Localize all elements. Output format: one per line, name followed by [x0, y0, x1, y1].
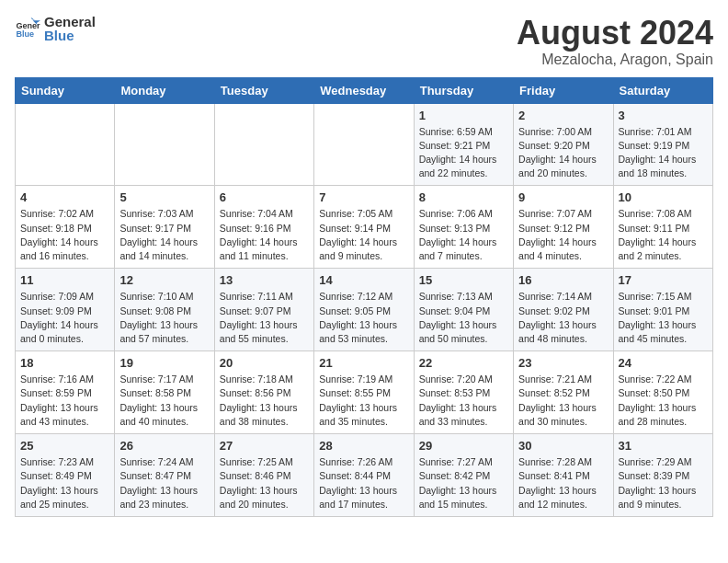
day-number: 5	[119, 190, 209, 204]
header-sunday: Sunday	[16, 77, 115, 103]
calendar-cell: 26Sunrise: 7:24 AM Sunset: 8:47 PM Dayli…	[115, 434, 214, 517]
logo-blue: Blue	[44, 29, 96, 44]
day-info: Sunrise: 7:22 AM Sunset: 8:50 PM Dayligh…	[619, 373, 708, 429]
day-number: 21	[319, 356, 408, 370]
calendar-cell	[16, 103, 115, 186]
day-number: 6	[220, 190, 309, 204]
page-title: August 2024	[517, 15, 713, 52]
day-number: 18	[20, 356, 109, 370]
day-number: 17	[619, 273, 708, 287]
calendar-week-row: 18Sunrise: 7:16 AM Sunset: 8:59 PM Dayli…	[16, 351, 713, 434]
page-subtitle: Mezalocha, Aragon, Spain	[517, 52, 713, 68]
calendar-cell: 25Sunrise: 7:23 AM Sunset: 8:49 PM Dayli…	[16, 434, 115, 517]
calendar-cell: 28Sunrise: 7:26 AM Sunset: 8:44 PM Dayli…	[314, 434, 414, 517]
day-number: 22	[419, 356, 508, 370]
day-number: 2	[518, 109, 608, 122]
calendar-cell: 20Sunrise: 7:18 AM Sunset: 8:56 PM Dayli…	[214, 351, 313, 434]
day-number: 19	[119, 356, 209, 370]
calendar-cell: 9Sunrise: 7:07 AM Sunset: 9:12 PM Daylig…	[514, 186, 613, 269]
day-number: 8	[419, 190, 508, 204]
day-info: Sunrise: 7:19 AM Sunset: 8:55 PM Dayligh…	[319, 373, 408, 429]
calendar-cell: 14Sunrise: 7:12 AM Sunset: 9:05 PM Dayli…	[314, 269, 414, 351]
day-number: 14	[319, 273, 408, 287]
day-info: Sunrise: 7:16 AM Sunset: 8:59 PM Dayligh…	[20, 373, 109, 429]
calendar-cell	[214, 103, 313, 186]
header-monday: Monday	[115, 77, 214, 103]
day-info: Sunrise: 7:21 AM Sunset: 8:52 PM Dayligh…	[518, 373, 608, 429]
calendar-cell: 1Sunrise: 6:59 AM Sunset: 9:21 PM Daylig…	[414, 103, 513, 186]
day-info: Sunrise: 7:20 AM Sunset: 8:53 PM Dayligh…	[419, 373, 508, 429]
calendar-cell: 5Sunrise: 7:03 AM Sunset: 9:17 PM Daylig…	[115, 186, 214, 269]
day-info: Sunrise: 7:14 AM Sunset: 9:02 PM Dayligh…	[518, 290, 608, 346]
calendar-cell: 2Sunrise: 7:00 AM Sunset: 9:20 PM Daylig…	[514, 103, 613, 186]
calendar-cell: 31Sunrise: 7:29 AM Sunset: 8:39 PM Dayli…	[613, 434, 712, 517]
day-info: Sunrise: 7:13 AM Sunset: 9:04 PM Dayligh…	[419, 290, 508, 346]
calendar-cell	[115, 103, 214, 186]
day-number: 23	[518, 356, 608, 370]
calendar-cell: 29Sunrise: 7:27 AM Sunset: 8:42 PM Dayli…	[414, 434, 513, 517]
day-number: 13	[220, 273, 309, 287]
day-number: 31	[619, 439, 708, 453]
day-number: 26	[119, 439, 209, 453]
logo: General Blue General Blue	[15, 15, 96, 43]
day-info: Sunrise: 7:07 AM Sunset: 9:12 PM Dayligh…	[518, 207, 608, 263]
calendar-cell: 23Sunrise: 7:21 AM Sunset: 8:52 PM Dayli…	[514, 351, 613, 434]
day-number: 28	[319, 439, 408, 453]
day-info: Sunrise: 7:29 AM Sunset: 8:39 PM Dayligh…	[619, 455, 708, 511]
calendar-cell: 8Sunrise: 7:06 AM Sunset: 9:13 PM Daylig…	[414, 186, 513, 269]
day-number: 3	[619, 109, 708, 122]
calendar-cell: 19Sunrise: 7:17 AM Sunset: 8:58 PM Dayli…	[115, 351, 214, 434]
calendar-cell: 3Sunrise: 7:01 AM Sunset: 9:19 PM Daylig…	[613, 103, 712, 186]
day-number: 10	[619, 190, 708, 204]
day-info: Sunrise: 7:04 AM Sunset: 9:16 PM Dayligh…	[220, 207, 309, 263]
day-number: 29	[419, 439, 508, 453]
day-info: Sunrise: 7:24 AM Sunset: 8:47 PM Dayligh…	[119, 455, 209, 511]
page-header: General Blue General Blue August 2024 Me…	[15, 15, 713, 68]
day-number: 7	[319, 190, 408, 204]
svg-marker-3	[31, 17, 35, 19]
day-info: Sunrise: 7:06 AM Sunset: 9:13 PM Dayligh…	[419, 207, 508, 263]
day-info: Sunrise: 7:26 AM Sunset: 8:44 PM Dayligh…	[319, 455, 408, 511]
day-info: Sunrise: 7:12 AM Sunset: 9:05 PM Dayligh…	[319, 290, 408, 346]
header-wednesday: Wednesday	[314, 77, 414, 103]
calendar-week-row: 25Sunrise: 7:23 AM Sunset: 8:49 PM Dayli…	[16, 434, 713, 517]
calendar-cell: 11Sunrise: 7:09 AM Sunset: 9:09 PM Dayli…	[16, 269, 115, 351]
calendar-cell: 22Sunrise: 7:20 AM Sunset: 8:53 PM Dayli…	[414, 351, 513, 434]
day-number: 12	[119, 273, 209, 287]
day-info: Sunrise: 7:18 AM Sunset: 8:56 PM Dayligh…	[220, 373, 309, 429]
header-saturday: Saturday	[613, 77, 712, 103]
calendar-cell: 10Sunrise: 7:08 AM Sunset: 9:11 PM Dayli…	[613, 186, 712, 269]
day-number: 27	[220, 439, 309, 453]
logo-icon: General Blue	[15, 17, 40, 42]
logo-text: General Blue	[44, 15, 96, 43]
day-info: Sunrise: 7:23 AM Sunset: 8:49 PM Dayligh…	[20, 455, 109, 511]
calendar-table: SundayMondayTuesdayWednesdayThursdayFrid…	[15, 77, 713, 517]
calendar-cell: 24Sunrise: 7:22 AM Sunset: 8:50 PM Dayli…	[613, 351, 712, 434]
day-number: 30	[518, 439, 608, 453]
day-number: 25	[20, 439, 109, 453]
day-info: Sunrise: 7:27 AM Sunset: 8:42 PM Dayligh…	[419, 455, 508, 511]
svg-text:Blue: Blue	[16, 29, 34, 39]
calendar-cell: 13Sunrise: 7:11 AM Sunset: 9:07 PM Dayli…	[214, 269, 313, 351]
header-friday: Friday	[514, 77, 613, 103]
calendar-cell: 6Sunrise: 7:04 AM Sunset: 9:16 PM Daylig…	[214, 186, 313, 269]
day-info: Sunrise: 7:25 AM Sunset: 8:46 PM Dayligh…	[220, 455, 309, 511]
day-info: Sunrise: 7:17 AM Sunset: 8:58 PM Dayligh…	[119, 373, 209, 429]
calendar-cell: 7Sunrise: 7:05 AM Sunset: 9:14 PM Daylig…	[314, 186, 414, 269]
day-number: 9	[518, 190, 608, 204]
day-number: 16	[518, 273, 608, 287]
title-area: August 2024 Mezalocha, Aragon, Spain	[517, 15, 713, 68]
day-info: Sunrise: 7:15 AM Sunset: 9:01 PM Dayligh…	[619, 290, 708, 346]
calendar-cell: 15Sunrise: 7:13 AM Sunset: 9:04 PM Dayli…	[414, 269, 513, 351]
calendar-cell	[314, 103, 414, 186]
day-number: 24	[619, 356, 708, 370]
day-number: 11	[20, 273, 109, 287]
calendar-cell: 30Sunrise: 7:28 AM Sunset: 8:41 PM Dayli…	[514, 434, 613, 517]
day-info: Sunrise: 7:08 AM Sunset: 9:11 PM Dayligh…	[619, 207, 708, 263]
day-number: 20	[220, 356, 309, 370]
day-info: Sunrise: 7:01 AM Sunset: 9:19 PM Dayligh…	[619, 125, 708, 181]
calendar-cell: 18Sunrise: 7:16 AM Sunset: 8:59 PM Dayli…	[16, 351, 115, 434]
calendar-week-row: 4Sunrise: 7:02 AM Sunset: 9:18 PM Daylig…	[16, 186, 713, 269]
day-info: Sunrise: 7:00 AM Sunset: 9:20 PM Dayligh…	[518, 125, 608, 181]
day-number: 1	[419, 109, 508, 122]
